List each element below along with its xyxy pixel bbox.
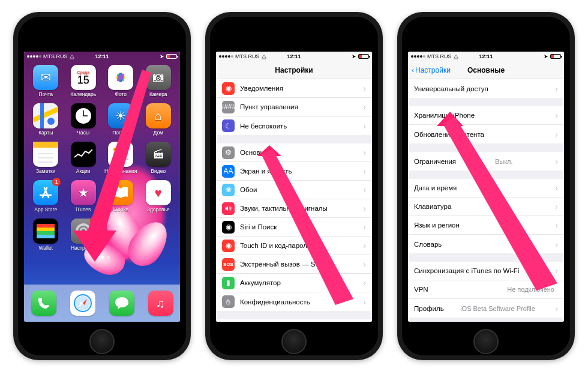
chevron-icon: › (555, 240, 558, 249)
app-reminders[interactable]: Напоминания (104, 142, 138, 174)
chevron-icon: › (555, 84, 558, 94)
dock-phone[interactable] (31, 291, 56, 316)
battery-row-icon: ▮ (222, 277, 235, 289)
settings-icon: 2 (71, 219, 96, 244)
home-button[interactable] (281, 329, 307, 354)
app-mail[interactable]: ✉︎Почта (29, 65, 63, 97)
row-vpn[interactable]: VPNНе подключено (408, 280, 564, 299)
chevron-icon: › (363, 241, 366, 250)
row-itunes-wifi-sync[interactable]: Синхронизация с iTunes по Wi-Fi› (408, 262, 564, 280)
notes-icon (33, 142, 58, 167)
health-icon: ♥︎ (146, 180, 171, 205)
location-icon: ➤ (544, 53, 548, 59)
row-background-refresh[interactable]: Обновление контента› (408, 125, 564, 143)
row-sounds[interactable]: 🔊︎Звуки, тактильные сигналы› (216, 199, 372, 218)
dock-messages[interactable] (109, 291, 134, 316)
app-camera[interactable]: 📷︎Камера (142, 65, 176, 97)
app-calendar[interactable]: Среда15Календарь (67, 65, 101, 97)
stocks-icon (71, 142, 96, 167)
detail-value: Выкл. (495, 158, 513, 165)
chevron-icon: › (555, 266, 558, 276)
back-button[interactable]: ‹Настройки (412, 66, 451, 74)
row-itunes-appstore[interactable]: ⒶiTunes Store и App Store› (216, 319, 372, 322)
chevron-icon: › (555, 304, 558, 313)
app-settings[interactable]: 2Настройки (67, 219, 101, 251)
app-video[interactable]: 🎬︎Видео (142, 142, 176, 174)
app-weather[interactable]: ☀︎Погода (104, 103, 138, 136)
dock-music[interactable]: ♫ (148, 291, 173, 316)
app-itunes[interactable]: ★iTunes (67, 180, 101, 213)
row-language-region[interactable]: Язык и регион› (408, 216, 564, 235)
nav-title: Настройки (275, 66, 313, 74)
row-siri[interactable]: ◉Siri и Поиск› (216, 218, 372, 237)
app-notes[interactable]: Заметки (29, 142, 63, 174)
chevron-icon: › (363, 278, 366, 288)
chevron-icon: › (363, 259, 366, 269)
chevron-left-icon: ‹ (412, 66, 414, 74)
row-restrictions[interactable]: ОграниченияВыкл.› (408, 152, 564, 170)
maps-icon (33, 103, 58, 128)
row-touchid[interactable]: ◉Touch ID и код-пароль› (216, 237, 372, 255)
location-icon: ➤ (160, 53, 164, 59)
location-icon: ➤ (352, 53, 356, 59)
chevron-icon: › (363, 166, 366, 176)
svg-rect-27 (37, 235, 55, 238)
home-button[interactable] (473, 329, 499, 354)
chevron-icon: › (363, 204, 366, 213)
phone-settings: MTS RUS⧋ 12:11 ➤ Настройки ◉Уведомления›… (205, 12, 383, 360)
row-display[interactable]: AAЭкран и яркость› (216, 162, 372, 181)
app-appstore[interactable]: 1App Store (29, 180, 63, 213)
wifi-icon: ⧋ (454, 53, 458, 60)
home-icon: ⌂ (146, 103, 171, 128)
row-profile[interactable]: ПрофильiOS Beta Software Profile› (408, 299, 564, 318)
itunes-icon: ★ (71, 180, 96, 205)
row-accessibility[interactable]: Универсальный доступ› (408, 79, 564, 98)
general-screen: MTS RUS⧋ 12:11 ➤ ‹Настройки Основные Уни… (408, 52, 564, 322)
settings-list: ◉Уведомления› �######Пункт управления› ☾… (216, 79, 372, 322)
battery-icon (550, 54, 561, 59)
home-screen: MTS RUS⧋ 12:11 ➤ ✉︎Почта Среда15Календар… (24, 52, 180, 322)
row-wallpaper[interactable]: ❀Обои› (216, 181, 372, 199)
row-control-center[interactable]: �######Пункт управления› (216, 98, 372, 116)
sounds-icon: 🔊︎ (222, 202, 235, 215)
row-keyboard[interactable]: Клавиатура› (408, 198, 564, 216)
nav-title: Основные (467, 66, 505, 74)
app-photos[interactable]: Фото (104, 65, 138, 97)
app-ibooks[interactable]: iBooks (104, 180, 138, 213)
svg-point-16 (113, 152, 117, 156)
row-battery[interactable]: ▮Аккумулятор› (216, 274, 372, 292)
app-home[interactable]: ⌂Дом (142, 103, 176, 136)
privacy-icon: ✋︎ (222, 295, 235, 308)
home-button[interactable] (89, 329, 115, 354)
chevron-icon: › (363, 185, 366, 195)
wifi-icon: ⧋ (70, 53, 74, 60)
detail-value: Не подключено (507, 286, 554, 293)
photos-icon (108, 65, 133, 90)
dock-safari[interactable] (70, 291, 95, 316)
row-dictionary[interactable]: Словарь› (408, 235, 564, 253)
row-privacy[interactable]: ✋︎Конфиденциальность› (216, 292, 372, 311)
chevron-icon: › (555, 130, 558, 139)
row-sos[interactable]: SOSЭкстренный вызов — SOS› (216, 255, 372, 274)
carrier-label: MTS RUS (427, 53, 452, 59)
app-clock[interactable]: Часы (67, 103, 101, 136)
row-general[interactable]: ⚙︎Основные› (216, 143, 372, 162)
app-maps[interactable]: Карты (29, 103, 63, 136)
chevron-icon: › (363, 148, 366, 157)
row-notifications[interactable]: ◉Уведомления› (216, 79, 372, 98)
svg-rect-24 (37, 224, 55, 228)
row-date-time[interactable]: Дата и время› (408, 179, 564, 198)
chevron-icon: › (363, 83, 366, 93)
app-health[interactable]: ♥︎Здоровье (142, 180, 176, 213)
app-wallet[interactable]: Wallet (29, 219, 63, 251)
svg-rect-25 (37, 228, 55, 231)
nav-bar: Настройки (216, 61, 372, 79)
row-iphone-storage[interactable]: Хранилище iPhone› (408, 106, 564, 125)
wallpaper-icon: ❀ (222, 184, 235, 196)
row-dnd[interactable]: ☾Не беспокоить› (216, 116, 372, 135)
app-stocks[interactable]: Акции (67, 142, 101, 174)
status-bar: MTS RUS⧋ 12:11 ➤ (24, 52, 180, 61)
status-time: 12:11 (95, 53, 109, 59)
touchid-icon: ◉ (222, 240, 235, 252)
nav-bar: ‹Настройки Основные (408, 61, 564, 79)
